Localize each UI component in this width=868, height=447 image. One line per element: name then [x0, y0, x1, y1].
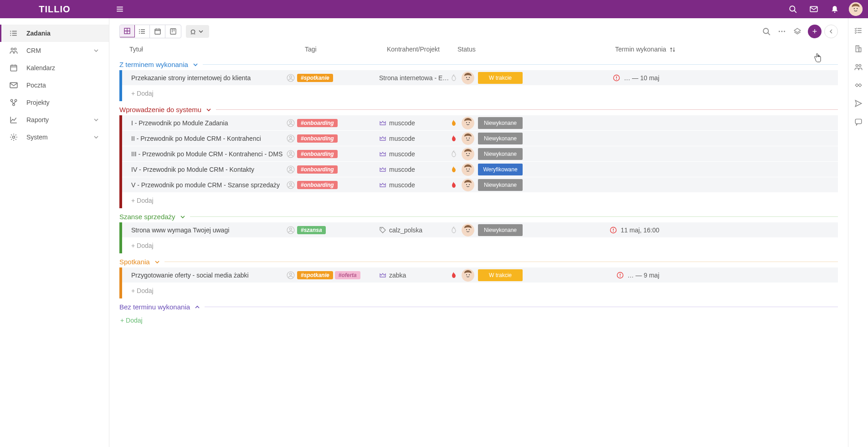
priority-flame-icon[interactable]: [450, 226, 458, 234]
col-tags[interactable]: Tagi: [305, 46, 387, 53]
section-header[interactable]: Wprowadzenie do systemu: [119, 106, 838, 113]
search-button[interactable]: [782, 5, 803, 13]
status-badge[interactable]: Weryfikowane: [478, 164, 523, 175]
assignee-avatar[interactable]: [462, 132, 474, 145]
status-badge[interactable]: Niewykonane: [478, 133, 523, 144]
rail-chat-button[interactable]: [848, 118, 868, 126]
task-contractor[interactable]: zabka: [379, 272, 450, 279]
table-search-button[interactable]: [759, 27, 774, 36]
priority-flame-icon[interactable]: [450, 166, 458, 173]
sidebar-item-projekty[interactable]: Projekty: [0, 94, 109, 111]
status-badge[interactable]: Niewykonane: [478, 148, 523, 160]
user-avatar[interactable]: [849, 2, 863, 16]
add-task-row[interactable]: + Dodaj: [119, 86, 838, 101]
priority-flame-icon[interactable]: [450, 74, 458, 82]
sidebar-item-kalendarz[interactable]: Kalendarz: [0, 59, 109, 77]
rail-deals-button[interactable]: [848, 81, 868, 89]
priority-flame-icon[interactable]: [450, 272, 458, 279]
task-row[interactable]: I - Przewodnik po Module Zadania #onboar…: [119, 115, 838, 131]
task-row[interactable]: IV - Przewodnik po Module CRM - Kontakty…: [119, 162, 838, 177]
assignee-avatar[interactable]: [462, 269, 474, 282]
rail-contacts-button[interactable]: [848, 63, 868, 71]
assignee-placeholder-icon[interactable]: [284, 181, 297, 189]
section-header[interactable]: Spotkania: [119, 258, 838, 266]
task-row[interactable]: Przekazanie strony internetowej do klien…: [119, 70, 838, 86]
assignee-placeholder-icon[interactable]: [284, 150, 297, 158]
assignee-placeholder-icon[interactable]: [284, 226, 297, 234]
tag[interactable]: #onboarding: [297, 134, 338, 143]
status-badge[interactable]: W trakcie: [478, 72, 523, 84]
assignee-placeholder-icon[interactable]: [284, 119, 297, 127]
add-task-row[interactable]: + Dodaj: [119, 238, 838, 253]
assignee-avatar[interactable]: [462, 117, 474, 129]
view-table-button[interactable]: [119, 25, 135, 37]
add-section-button[interactable]: + Dodaj: [119, 313, 838, 328]
assignee-avatar[interactable]: [462, 224, 474, 236]
task-contractor[interactable]: muscode: [379, 119, 450, 127]
assignee-placeholder-icon[interactable]: [284, 134, 297, 143]
view-list-button[interactable]: [134, 25, 150, 38]
group-button[interactable]: [790, 27, 805, 36]
assignee-avatar[interactable]: [462, 148, 474, 160]
col-contractor[interactable]: Kontrahent/Projekt: [387, 46, 457, 53]
tag[interactable]: #spotkanie: [297, 271, 333, 279]
sidebar-item-system[interactable]: System: [0, 128, 109, 146]
tag[interactable]: #spotkanie: [297, 74, 333, 82]
view-kanban-button[interactable]: [165, 25, 181, 38]
tag[interactable]: #onboarding: [297, 150, 338, 158]
sidebar-item-poczta[interactable]: Poczta: [0, 77, 109, 94]
priority-flame-icon[interactable]: [450, 181, 458, 189]
task-contractor[interactable]: muscode: [379, 181, 450, 189]
task-contractor[interactable]: calz_polska: [379, 226, 450, 234]
status-badge[interactable]: Niewykonane: [478, 179, 523, 191]
section-header[interactable]: Szanse sprzedaży: [119, 213, 838, 221]
status-badge[interactable]: Niewykonane: [478, 224, 523, 236]
notifications-button[interactable]: [824, 5, 845, 13]
priority-flame-icon[interactable]: [450, 135, 458, 142]
menu-toggle-button[interactable]: [109, 5, 130, 13]
filter-button[interactable]: Ω: [186, 25, 209, 38]
rail-send-button[interactable]: [848, 99, 868, 108]
task-row[interactable]: Przygotowanie oferty - social media żabk…: [119, 267, 838, 283]
sidebar-item-crm[interactable]: CRM: [0, 42, 109, 59]
assignee-avatar[interactable]: [462, 179, 474, 191]
assignee-avatar[interactable]: [462, 163, 474, 176]
task-row[interactable]: III - Przewodnik po Module CRM - Kontrah…: [119, 146, 838, 162]
messages-button[interactable]: [803, 5, 824, 13]
assignee-placeholder-icon[interactable]: [284, 271, 297, 279]
add-task-button[interactable]: +: [808, 25, 822, 38]
assignee-avatar[interactable]: [462, 72, 474, 84]
add-task-row[interactable]: + Dodaj: [119, 283, 838, 298]
sidebar-item-zadania[interactable]: Zadania: [0, 25, 109, 42]
col-deadline[interactable]: Termin wykonania: [571, 46, 676, 53]
section-header[interactable]: Bez terminu wykonania: [119, 303, 838, 311]
assignee-placeholder-icon[interactable]: [284, 165, 297, 174]
rail-tasks-button[interactable]: [848, 26, 868, 35]
collapse-panel-button[interactable]: [824, 25, 838, 38]
priority-flame-icon[interactable]: [450, 119, 458, 127]
status-badge[interactable]: W trakcie: [478, 269, 523, 281]
section-header[interactable]: Z terminem wykonania: [119, 61, 838, 68]
task-contractor[interactable]: muscode: [379, 166, 450, 173]
task-row[interactable]: V - Przewodnik po module CRM - Szanse sp…: [119, 177, 838, 193]
assignee-placeholder-icon[interactable]: [284, 74, 297, 82]
sidebar-item-raporty[interactable]: Raporty: [0, 111, 109, 128]
task-row[interactable]: II - Przewodnik po Module CRM - Kontrahe…: [119, 131, 838, 146]
tag[interactable]: #onboarding: [297, 119, 338, 127]
rail-companies-button[interactable]: [848, 45, 868, 53]
more-options-button[interactable]: [774, 27, 790, 36]
view-calendar-button[interactable]: [150, 25, 165, 38]
tag[interactable]: #szansa: [297, 226, 326, 234]
task-contractor[interactable]: muscode: [379, 135, 450, 142]
tag[interactable]: #onboarding: [297, 181, 338, 189]
task-contractor[interactable]: muscode: [379, 150, 450, 158]
tag[interactable]: #oferta: [335, 271, 360, 279]
task-contractor[interactable]: Strona internetowa - E…: [379, 74, 450, 82]
col-title[interactable]: Tytuł: [129, 46, 305, 53]
status-badge[interactable]: Niewykonane: [478, 117, 523, 129]
priority-flame-icon[interactable]: [450, 150, 458, 158]
add-task-row[interactable]: + Dodaj: [119, 193, 838, 208]
tag[interactable]: #onboarding: [297, 165, 338, 174]
col-status[interactable]: Status: [457, 46, 571, 53]
task-row[interactable]: Strona www wymaga Twojej uwagi #szansa c…: [119, 222, 838, 238]
